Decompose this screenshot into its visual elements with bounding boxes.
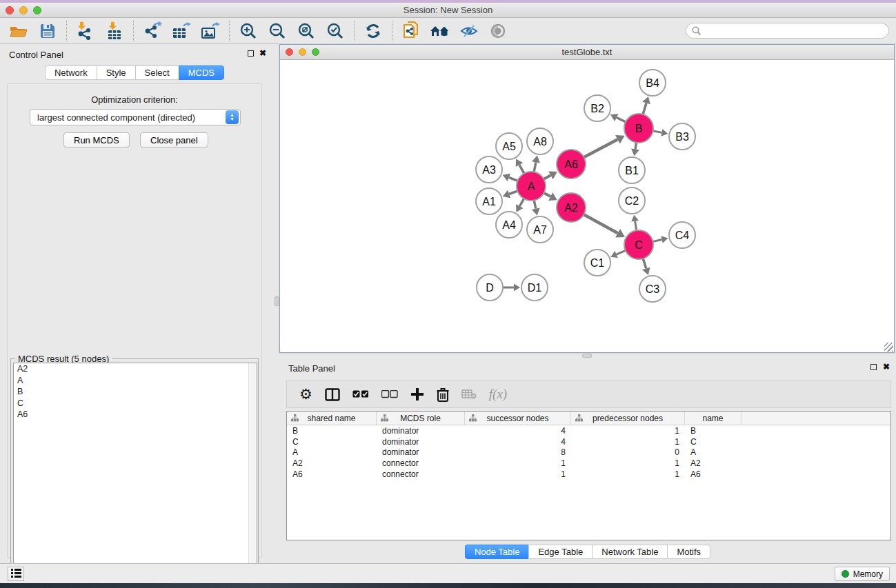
add-column-icon[interactable] (410, 387, 424, 401)
memory-button[interactable]: Memory (835, 567, 890, 581)
table-options-gear-icon[interactable]: ⚙ (299, 386, 312, 403)
tab-network[interactable]: Network (45, 65, 97, 80)
mcds-result-item[interactable]: A6 (14, 409, 257, 420)
table-row[interactable]: A2connector11A2 (287, 458, 890, 469)
mcds-result-list[interactable]: A2ABCA6 (13, 363, 257, 588)
show-graphics-details-button[interactable] (486, 21, 510, 41)
window-titlebar: Session: New Session (0, 3, 896, 18)
graph-node-C4[interactable]: C4 (669, 222, 695, 248)
tab-motifs[interactable]: Motifs (667, 545, 710, 559)
graph-node-B3[interactable]: B3 (669, 123, 695, 150)
column-header-name[interactable]: name (685, 412, 741, 425)
tab-mcds[interactable]: MCDS (179, 65, 224, 80)
zoom-fit-button[interactable] (295, 21, 318, 41)
function-builder-icon[interactable]: f(x) (489, 387, 507, 402)
float-table-panel-icon[interactable] (870, 364, 877, 370)
export-image-button[interactable] (199, 21, 222, 41)
delete-column-icon[interactable] (437, 387, 449, 402)
tab-style[interactable]: Style (97, 65, 135, 80)
graph-node-A6[interactable]: A6 (557, 150, 586, 179)
graph-node-B1[interactable]: B1 (619, 157, 645, 183)
frame-minimize-button[interactable] (299, 48, 306, 56)
graph-node-D[interactable]: D (477, 274, 503, 301)
column-header-predecessor-nodes[interactable]: predecessor nodes (571, 412, 685, 425)
result-list-scrollbar[interactable] (248, 363, 257, 588)
tab-edge-table[interactable]: Edge Table (528, 545, 592, 559)
graph-node-A1[interactable]: A1 (476, 188, 502, 214)
run-mcds-button[interactable]: Run MCDS (63, 132, 130, 148)
graph-node-C1[interactable]: C1 (584, 250, 610, 276)
export-table-button[interactable] (170, 21, 193, 41)
mcds-result-item[interactable]: A (14, 375, 257, 387)
minimize-window-button[interactable] (19, 6, 28, 14)
edge-A6-B[interactable] (583, 139, 618, 158)
close-panel-icon[interactable]: ✖ (259, 48, 266, 58)
float-panel-icon[interactable] (248, 50, 254, 57)
clone-network-icon (401, 21, 421, 41)
graph-node-D1[interactable]: D1 (521, 274, 548, 301)
close-window-button[interactable] (6, 6, 14, 14)
graph-node-A7[interactable]: A7 (527, 216, 553, 243)
split-handle-horizontal[interactable] (582, 354, 592, 358)
graph-node-A3[interactable]: A3 (476, 156, 502, 183)
graph-node-B2[interactable]: B2 (584, 95, 610, 121)
frame-zoom-button[interactable] (312, 48, 319, 56)
table-row[interactable]: A6connector11A6 (287, 469, 890, 480)
delete-table-icon[interactable] (461, 389, 477, 399)
home-button[interactable] (428, 21, 452, 41)
tab-select[interactable]: Select (135, 65, 179, 80)
graph-node-B4[interactable]: B4 (639, 70, 666, 96)
import-table-button[interactable] (103, 21, 126, 41)
graph-node-A8[interactable]: A8 (527, 128, 553, 154)
close-table-panel-icon[interactable]: ✖ (883, 362, 890, 372)
hide-graphics-details-button[interactable] (457, 21, 481, 41)
zoom-out-button[interactable] (266, 21, 289, 41)
table-row[interactable]: Adominator80A (287, 447, 890, 458)
graph-node-C2[interactable]: C2 (619, 187, 645, 214)
graph-node-B[interactable]: B (624, 114, 653, 143)
split-handle-vertical[interactable] (275, 296, 279, 306)
graph-node-A4[interactable]: A4 (496, 212, 522, 238)
edge-A2-C[interactable] (583, 214, 618, 233)
refresh-icon (364, 22, 382, 40)
column-header-MCDS-role[interactable]: MCDS role (377, 412, 465, 425)
save-session-button[interactable] (36, 21, 59, 41)
column-header-successor-nodes[interactable]: successor nodes (465, 412, 571, 425)
criterion-select[interactable]: largest connected component (directed) ▲… (30, 109, 241, 125)
zoom-selected-button[interactable] (323, 21, 347, 41)
graph-node-A[interactable]: A (517, 172, 546, 201)
zoom-in-button[interactable] (237, 21, 260, 41)
network-frame-titlebar[interactable]: testGlobe.txt (280, 45, 894, 60)
search-input[interactable] (686, 23, 889, 39)
mcds-result-groupbox: MCDS result (5 nodes) A2ABCA6 (10, 358, 259, 588)
show-column-icon[interactable] (325, 388, 340, 401)
unselect-all-columns-icon[interactable] (381, 390, 398, 398)
show-task-history-button[interactable] (8, 567, 24, 581)
node-table[interactable]: shared nameMCDS rolesuccessor nodesprede… (286, 411, 891, 540)
mcds-result-item[interactable]: A2 (14, 363, 257, 375)
close-panel-button[interactable]: Close panel (140, 132, 208, 148)
mcds-result-item[interactable]: B (14, 386, 257, 398)
graph-node-C[interactable]: C (624, 230, 653, 259)
refresh-button[interactable] (361, 21, 385, 41)
table-row[interactable]: Bdominator41B (287, 425, 890, 436)
graph-node-C3[interactable]: C3 (639, 276, 666, 302)
tab-node-table[interactable]: Node Table (465, 545, 529, 559)
export-network-button[interactable] (141, 21, 164, 41)
zoom-window-button[interactable] (33, 6, 41, 14)
network-canvas[interactable]: B4B2BB3A5A8A6A3B1AA1C2A2A4A7C4CC1C3DD1 (280, 60, 894, 352)
column-header-shared-name[interactable]: shared name (287, 412, 377, 425)
graph-node-A2[interactable]: A2 (557, 193, 586, 222)
clone-network-button[interactable] (399, 21, 423, 41)
select-all-columns-icon[interactable] (352, 390, 369, 398)
tab-network-table[interactable]: Network Table (592, 545, 667, 559)
import-network-button[interactable] (74, 21, 97, 41)
mcds-result-item[interactable]: C (14, 398, 257, 409)
frame-resize-grip[interactable] (884, 343, 893, 352)
graph-node-A5[interactable]: A5 (496, 133, 522, 159)
frame-close-button[interactable] (286, 48, 293, 56)
optimization-criterion-label: Optimization criterion: (8, 94, 261, 105)
open-file-button[interactable] (7, 21, 30, 41)
table-row[interactable]: Cdominator41C (287, 436, 890, 447)
svg-text:D1: D1 (528, 282, 542, 294)
